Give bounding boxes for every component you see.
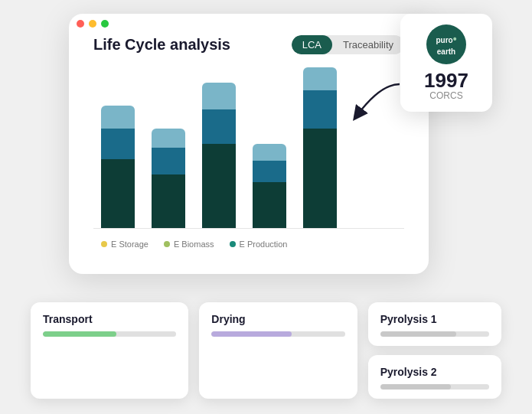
- scene: Life Cycle analysis LCA Traceability: [0, 0, 532, 414]
- bar-group-1: [101, 106, 135, 228]
- stacked-bar-4: [253, 144, 286, 228]
- bar-seg-mid-5: [303, 90, 337, 129]
- card-pyrolysis1: Pyrolysis 1: [368, 302, 501, 346]
- card-pyrolysis2-bar: [380, 384, 489, 390]
- main-card: Life Cycle analysis LCA Traceability: [69, 14, 429, 274]
- card-drying-bar: [211, 331, 344, 337]
- bar-seg-top-3: [202, 83, 236, 109]
- bar-seg-top-4: [253, 144, 286, 161]
- legend-storage: E Storage: [101, 240, 149, 249]
- puro-logo: puro• earth: [426, 24, 466, 64]
- bar-seg-bottom-3: [202, 144, 236, 228]
- puro-badge: puro• earth 1997 CORCS: [400, 14, 492, 112]
- chart-legend: E Storage E Biomass E Production: [93, 236, 404, 249]
- bar-seg-top-2: [152, 129, 185, 148]
- legend-dot-storage: [101, 241, 107, 247]
- legend-production: E Production: [230, 240, 288, 249]
- card-transport-title: Transport: [43, 313, 176, 325]
- tab-traceability[interactable]: Traceability: [332, 35, 404, 54]
- card-pyrolysis2: Pyrolysis 2: [368, 355, 501, 399]
- bar-seg-top-1: [101, 106, 135, 129]
- bottom-cards: Transport Drying Pyrolysis 1 Pyrolysis 2: [31, 302, 501, 399]
- chart-area: [93, 68, 404, 229]
- card-pyrolysis2-fill: [380, 384, 452, 390]
- card-title: Life Cycle analysis: [93, 36, 230, 54]
- bar-seg-top-5: [303, 67, 337, 90]
- card-drying: Drying: [199, 302, 357, 399]
- card-transport: Transport: [31, 302, 188, 399]
- bar-group-5: [303, 67, 337, 228]
- card-transport-bar: [43, 331, 176, 337]
- bar-seg-mid-1: [101, 129, 135, 159]
- stacked-bar-3: [202, 83, 236, 228]
- legend-dot-biomass: [164, 241, 170, 247]
- stacked-bar-1: [101, 106, 135, 228]
- bar-group-2: [152, 129, 185, 228]
- bar-seg-mid-2: [152, 148, 185, 174]
- bar-group-3: [202, 83, 236, 228]
- legend-dot-production: [230, 241, 236, 247]
- bar-group-4: [253, 144, 286, 228]
- bar-seg-bottom-4: [253, 182, 286, 228]
- stacked-bar-5: [303, 67, 337, 228]
- window-chrome: [77, 20, 109, 28]
- card-drying-fill: [211, 331, 292, 337]
- card-transport-fill: [43, 331, 116, 337]
- puro-year: 1997: [424, 70, 468, 90]
- legend-label-biomass: E Biomass: [174, 240, 214, 249]
- legend-label-storage: E Storage: [111, 240, 149, 249]
- card-pyrolysis1-title: Pyrolysis 1: [380, 313, 489, 325]
- tab-lca[interactable]: LCA: [292, 35, 332, 54]
- card-drying-title: Drying: [211, 313, 344, 325]
- bar-seg-mid-3: [202, 109, 236, 144]
- chrome-close[interactable]: [77, 20, 84, 28]
- bar-seg-bottom-2: [152, 174, 185, 228]
- chrome-maximize[interactable]: [101, 20, 109, 28]
- chrome-minimize[interactable]: [89, 20, 96, 28]
- legend-biomass: E Biomass: [164, 240, 214, 249]
- card-pyrolysis1-bar: [380, 331, 489, 337]
- card-header: Life Cycle analysis LCA Traceability: [93, 35, 404, 54]
- bar-seg-bottom-1: [101, 159, 135, 228]
- bar-seg-mid-4: [253, 161, 286, 182]
- puro-label: CORCS: [429, 90, 462, 101]
- card-pyrolysis1-fill: [380, 331, 457, 337]
- legend-label-production: E Production: [240, 240, 288, 249]
- tab-group: LCA Traceability: [292, 35, 404, 54]
- stacked-bar-2: [152, 129, 185, 228]
- card-pyrolysis2-title: Pyrolysis 2: [380, 366, 489, 378]
- puro-logo-text: puro• earth: [436, 32, 456, 56]
- right-col: Pyrolysis 1 Pyrolysis 2: [368, 302, 501, 399]
- bar-seg-bottom-5: [303, 129, 337, 228]
